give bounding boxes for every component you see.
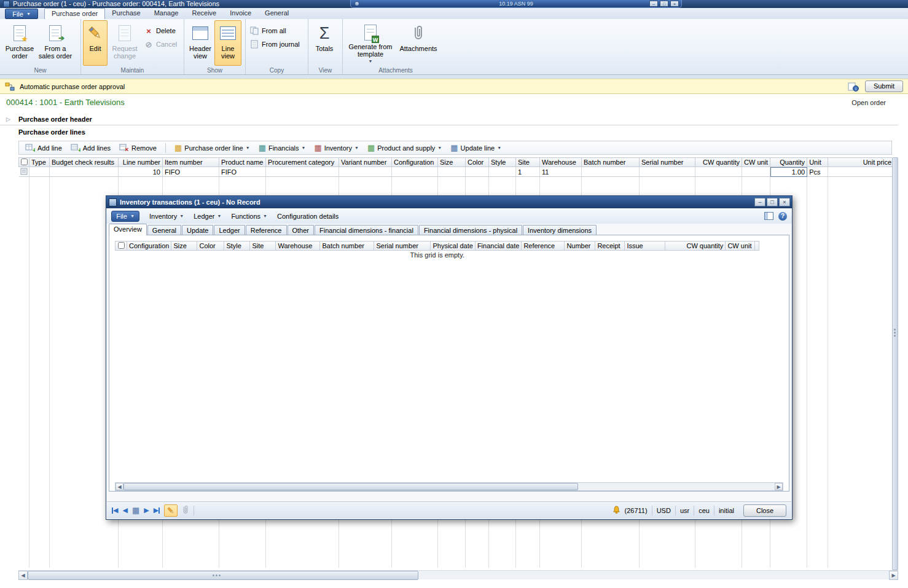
close-icon[interactable]: × [670,1,679,7]
scroll-right-arrow-icon[interactable]: ▶ [775,483,783,490]
tab-purchase[interactable]: Purchase [105,8,147,19]
cell-serial-number[interactable] [640,167,695,177]
dialog-tab-other[interactable]: Other [288,225,315,235]
cell-product-name[interactable]: FIFO [219,167,266,177]
column-header-serial-number[interactable]: Serial number [374,241,431,251]
totals-button[interactable]: Σ Totals [310,20,339,66]
horizontal-scrollbar[interactable]: ◀ ▶ [18,570,898,579]
cell-site[interactable]: 1 [516,167,540,177]
file-menu-button[interactable]: File ▼ [5,9,38,19]
add-lines-button[interactable]: + Add lines [68,143,113,154]
cell-size[interactable] [438,167,466,177]
column-header-product-name[interactable]: Product name [219,158,266,167]
add-line-button[interactable]: + Add line [23,143,65,154]
tab-invoice[interactable]: Invoice [223,8,258,19]
select-all-checkbox[interactable] [21,159,28,165]
horizontal-scrollbar-thumb[interactable] [28,571,418,580]
column-header-style[interactable]: Style [489,158,516,167]
column-header-size[interactable]: Size [438,158,466,167]
edit-record-button[interactable] [164,504,178,517]
minimize-icon[interactable]: – [754,198,765,206]
first-record-button[interactable]: ◀ [112,506,118,514]
column-header-color[interactable]: Color [197,241,224,251]
cancel-button[interactable]: ⊘ Cancel [142,39,179,50]
row-marker-icon[interactable] [19,167,29,177]
column-header-physical-date[interactable]: Physical date [431,241,475,251]
last-record-button[interactable]: ▶ [154,506,160,514]
cell-cw-quantity[interactable] [695,167,742,177]
column-header-unit[interactable]: Unit [807,158,828,167]
column-header-unit-price[interactable]: Unit price [828,158,894,167]
dialog-tab-overview[interactable]: Overview [109,224,147,235]
column-header-serial-number[interactable]: Serial number [640,158,695,167]
column-header-financial-date[interactable]: Financial date [475,241,522,251]
cell-color[interactable] [466,167,489,177]
update-line-menu[interactable]: ▦ Update line ▼ [448,143,504,152]
column-header-procurement-category[interactable]: Procurement category [266,158,339,167]
column-header-receipt[interactable]: Receipt [595,241,625,251]
request-change-button[interactable]: Request change [108,20,142,66]
column-header-item-number[interactable]: Item number [163,158,219,167]
attachments-button[interactable]: Attachments [396,20,440,66]
cell-unit[interactable]: Pcs [807,167,828,177]
delete-button[interactable]: × Delete [142,25,179,36]
dialog-scrollbar-thumb[interactable] [123,483,578,490]
column-header-batch-number[interactable]: Batch number [582,158,640,167]
dialog-tab-ledger[interactable]: Ledger [214,225,245,235]
cell-type[interactable] [29,167,50,177]
dialog-tab-financial-dimensions-financial[interactable]: Financial dimensions - financial [315,225,418,235]
close-button[interactable]: Close [743,504,786,517]
workflow-info-icon[interactable]: i [848,82,859,92]
grid-view-button[interactable]: ▦ [132,506,139,515]
column-header-number[interactable]: Number [565,241,595,251]
dialog-tab-reference[interactable]: Reference [246,225,287,235]
cell-batch-number[interactable] [582,167,640,177]
select-all-checkbox[interactable] [118,242,125,249]
column-header-color[interactable]: Color [466,158,489,167]
generate-from-template-button[interactable]: W Generate from template ▼ [345,20,396,66]
scroll-left-arrow-icon[interactable]: ◀ [18,571,28,580]
scroll-left-arrow-icon[interactable]: ◀ [115,483,123,490]
expand-triangle-icon[interactable]: ▷ [6,116,10,122]
column-header-quantity[interactable]: Quantity [770,158,807,167]
column-header-size[interactable]: Size [171,241,197,251]
pin-icon[interactable] [354,1,359,6]
minimize-icon[interactable]: – [649,1,658,7]
line-view-button[interactable]: Line view [214,20,241,66]
select-all-cell[interactable] [19,158,29,167]
dialog-tab-financial-dimensions-physical[interactable]: Financial dimensions - physical [419,225,522,235]
dialog-tab-update[interactable]: Update [182,225,213,235]
column-header-configuration[interactable]: Configuration [127,241,171,251]
column-header-reference[interactable]: Reference [522,241,565,251]
column-header-cw-quantity[interactable]: CW quantity [695,158,742,167]
cell-budget-check-results[interactable] [50,167,119,177]
column-header-cw-unit[interactable]: CW unit [742,158,770,167]
cell-variant-number[interactable] [339,167,392,177]
section-title-header[interactable]: Purchase order header [18,116,92,123]
inventory-menu[interactable]: ▦ Inventory ▼ [311,143,361,152]
tab-purchase-order[interactable]: Purchase order [44,8,105,19]
column-header-cw-unit[interactable]: CW unit [726,241,755,251]
grid-row[interactable]: 10FIFOFIFO1111.00Pcs [19,167,894,177]
cell-procurement-category[interactable] [266,167,339,177]
column-header-site[interactable]: Site [250,241,276,251]
select-all-cell[interactable] [115,241,127,251]
column-header-site[interactable]: Site [516,158,540,167]
purchase-order-button[interactable]: ★ Purchase order [2,20,37,66]
dialog-inventory-menu[interactable]: Inventory ▼ [149,213,184,220]
alert-count[interactable]: (26711) [625,507,648,514]
tab-general[interactable]: General [258,8,295,19]
dialog-functions-menu[interactable]: Functions ▼ [231,213,267,220]
column-header-warehouse[interactable]: Warehouse [540,158,582,167]
dialog-tab-inventory-dimensions[interactable]: Inventory dimensions [523,225,597,235]
dialog-ledger-menu[interactable]: Ledger ▼ [194,213,221,220]
column-header-warehouse[interactable]: Warehouse [276,241,320,251]
column-header-cw-quantity[interactable]: CW quantity [665,241,726,251]
dialog-tab-general[interactable]: General [147,225,181,235]
cell-style[interactable] [489,167,516,177]
product-and-supply-menu[interactable]: ▦ Product and supply ▼ [365,143,444,152]
next-record-button[interactable]: ▶ [144,506,149,514]
cell-line-number[interactable]: 10 [119,167,163,177]
cell-configuration[interactable] [392,167,438,177]
alert-bell-icon[interactable] [613,506,620,515]
